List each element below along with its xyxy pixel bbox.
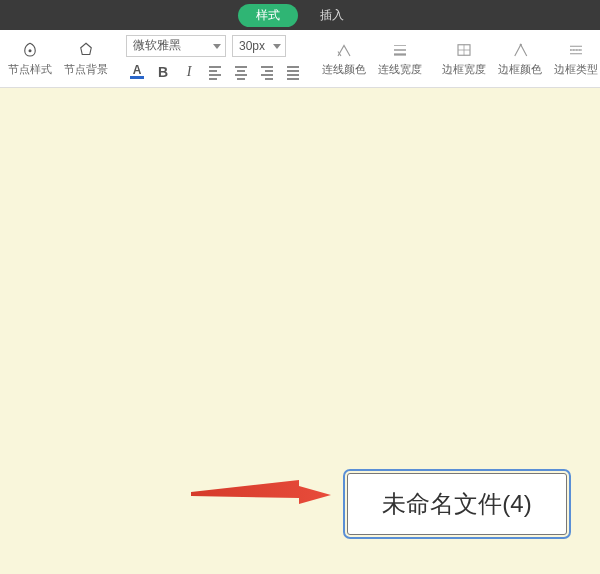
align-center-button[interactable]	[230, 61, 252, 83]
tab-style[interactable]: 样式	[238, 4, 298, 27]
node-box[interactable]: 未命名文件(4)	[347, 473, 567, 535]
line-color-button[interactable]: 连线颜色	[316, 30, 372, 87]
italic-button[interactable]: I	[178, 61, 200, 83]
font-size-select[interactable]: 30px	[232, 35, 286, 57]
border-color-icon	[510, 40, 530, 60]
line-width-button[interactable]: 连线宽度	[372, 30, 428, 87]
border-width-icon	[454, 40, 474, 60]
font-family-select[interactable]: 微软雅黑	[126, 35, 226, 57]
line-width-icon	[390, 40, 410, 60]
align-justify-button[interactable]	[282, 61, 304, 83]
align-right-button[interactable]	[256, 61, 278, 83]
border-type-button[interactable]: 边框类型	[548, 30, 600, 87]
tab-insert[interactable]: 插入	[302, 4, 362, 27]
line-color-label: 连线颜色	[322, 62, 366, 77]
node-text: 未命名文件(4)	[382, 490, 531, 517]
border-width-button[interactable]: 边框宽度	[436, 30, 492, 87]
border-width-label: 边框宽度	[442, 62, 486, 77]
line-color-icon	[334, 40, 354, 60]
top-tabs: 样式 插入	[0, 0, 600, 30]
node-style-button[interactable]: 节点样式	[2, 30, 58, 87]
font-size-value: 30px	[239, 39, 265, 53]
line-width-label: 连线宽度	[378, 62, 422, 77]
chevron-down-icon	[213, 44, 221, 49]
border-color-button[interactable]: 边框颜色	[492, 30, 548, 87]
font-controls: 微软雅黑 30px A B I	[122, 30, 308, 87]
node-style-label: 节点样式	[8, 62, 52, 77]
svg-marker-3	[191, 480, 331, 504]
border-type-label: 边框类型	[554, 62, 598, 77]
node-bg-icon	[76, 40, 96, 60]
toolbar: 节点样式 节点背景 微软雅黑 30px A B I	[0, 30, 600, 88]
node-bg-button[interactable]: 节点背景	[58, 30, 114, 87]
border-type-icon	[566, 40, 586, 60]
bold-button[interactable]: B	[152, 61, 174, 83]
border-color-label: 边框颜色	[498, 62, 542, 77]
svg-point-2	[520, 44, 522, 46]
svg-point-0	[29, 49, 32, 52]
align-left-button[interactable]	[204, 61, 226, 83]
arrow-annotation	[191, 478, 331, 512]
node-style-icon	[20, 40, 40, 60]
node-bg-label: 节点背景	[64, 62, 108, 77]
font-color-button[interactable]: A	[126, 61, 148, 83]
chevron-down-icon	[273, 44, 281, 49]
font-family-value: 微软雅黑	[133, 37, 181, 54]
canvas[interactable]: 未命名文件(4)	[0, 88, 600, 574]
